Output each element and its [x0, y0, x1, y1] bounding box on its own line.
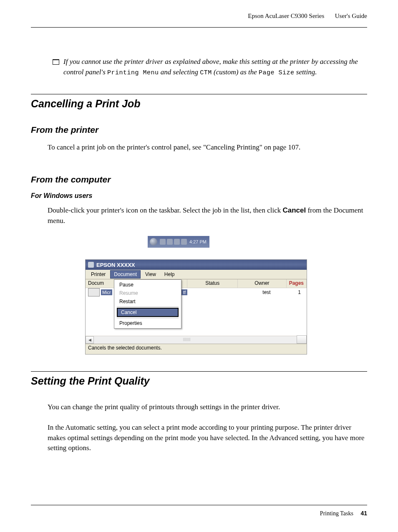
- job-status: [188, 291, 241, 293]
- menu-separator: [117, 307, 179, 307]
- menubar: Printer Document View Help: [86, 270, 307, 279]
- windows-body: Double-click your printer's icon on the …: [48, 205, 367, 226]
- printer-tray-icon: [150, 238, 157, 246]
- quality-p2: In the Automatic setting, you can select…: [48, 423, 367, 453]
- menu-item-cancel[interactable]: Cancel: [118, 309, 178, 316]
- window-title: EPSON XXXXX: [96, 262, 135, 268]
- tray-icons-group: [160, 239, 187, 245]
- taskbar-tray-figure: 4:27 PM: [148, 236, 209, 248]
- note-text: If you cannot use the printer driver as …: [63, 57, 367, 77]
- tray-icon: [181, 239, 187, 245]
- job-pages: 1: [292, 289, 307, 296]
- col-document[interactable]: Docum: [86, 279, 116, 288]
- window-titlebar: EPSON XXXXX: [86, 260, 307, 270]
- menu-item-properties[interactable]: Properties: [115, 319, 180, 327]
- quality-p1: You can change the print quality of prin…: [48, 402, 367, 413]
- note-bullet-icon: [53, 59, 59, 65]
- header-rule: [31, 27, 367, 28]
- menu-printer[interactable]: Printer: [87, 270, 109, 279]
- document-icon: [88, 288, 100, 296]
- col-owner[interactable]: Owner: [238, 279, 286, 288]
- menu-separator: [117, 318, 179, 318]
- section-rule: [31, 94, 367, 94]
- job-frag: tf: [181, 289, 187, 295]
- menu-view[interactable]: View: [141, 270, 160, 279]
- footer-rule: [31, 505, 367, 505]
- tray-icon: [167, 239, 173, 245]
- document-menu-dropdown: Pause Resume Restart Cancel Properties: [114, 279, 181, 329]
- section-cancelling-title: Cancelling a Print Job: [31, 98, 367, 110]
- job-name-fragment: Micr: [101, 289, 112, 295]
- menu-item-cancel-wrap: Cancel: [117, 308, 179, 317]
- statusbar-text: Cancels the selected documents.: [88, 345, 162, 351]
- col-status[interactable]: Status: [187, 279, 238, 288]
- col-pages[interactable]: Pages: [287, 279, 307, 288]
- footer-page-number: 41: [360, 510, 367, 517]
- tray-clock: 4:27 PM: [189, 239, 207, 244]
- job-owner: test: [241, 289, 292, 296]
- scroll-corner: [297, 335, 307, 344]
- printer-queue-window: EPSON XXXXX Printer Document View Help D…: [85, 259, 307, 355]
- menu-item-restart[interactable]: Restart: [115, 297, 180, 306]
- subsection-from-printer: From the printer: [31, 125, 367, 135]
- scroll-left-icon[interactable]: ◀: [86, 336, 94, 344]
- footer-chapter: Printing Tasks: [320, 510, 353, 517]
- product-name: Epson AcuLaser C9300 Series: [248, 13, 324, 19]
- subsubsection-for-windows: For Windows users: [31, 192, 367, 200]
- menu-item-resume: Resume: [115, 289, 180, 297]
- window-body: Docum Status Owner Pages Micr tf: [86, 279, 307, 344]
- tray-icon: [160, 239, 166, 245]
- statusbar: Cancels the selected documents.: [86, 344, 307, 354]
- footer: Printing Tasks 41: [320, 510, 367, 517]
- menu-help[interactable]: Help: [161, 270, 179, 279]
- horizontal-scrollbar[interactable]: ◀: [86, 336, 297, 344]
- doc-type: User's Guide: [335, 13, 367, 19]
- menu-item-pause[interactable]: Pause: [115, 281, 180, 289]
- scroll-track[interactable]: [94, 336, 297, 344]
- menu-document[interactable]: Document: [110, 270, 141, 279]
- window-icon: [88, 262, 94, 268]
- subsection-from-computer: From the computer: [31, 175, 367, 185]
- note-item: If you cannot use the printer driver as …: [53, 57, 367, 77]
- tray-icon: [174, 239, 180, 245]
- page-header: Epson AcuLaser C9300 Series User's Guide: [31, 13, 367, 20]
- section-quality-title: Setting the Print Quality: [31, 375, 367, 387]
- from-printer-body: To cancel a print job on the printer's c…: [48, 142, 367, 153]
- section-rule: [31, 371, 367, 372]
